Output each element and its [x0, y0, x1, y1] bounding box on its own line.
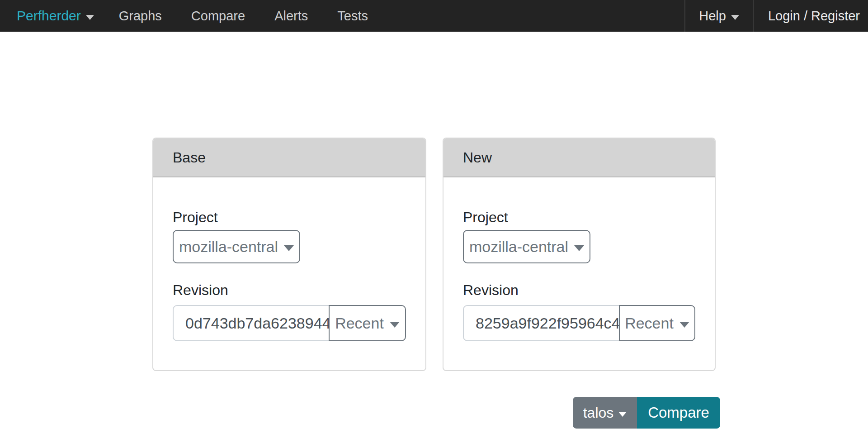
base-project-label: Project	[173, 209, 406, 226]
chevron-down-icon	[86, 15, 94, 20]
new-card-header: New	[443, 138, 715, 177]
new-card-title: New	[463, 149, 492, 166]
nav-item-tests[interactable]: Tests	[337, 9, 368, 24]
login-register-link[interactable]: Login / Register	[754, 9, 868, 24]
new-project-label: Project	[463, 209, 695, 226]
navbar-left-group: Perfherder Graphs Compare Alerts Tests	[0, 0, 397, 32]
base-card-body: Project mozilla-central Revision Recent	[153, 177, 425, 341]
nav-item-alerts[interactable]: Alerts	[274, 9, 308, 24]
base-recent-label: Recent	[335, 315, 384, 332]
new-card-body: Project mozilla-central Revision Recent	[443, 177, 715, 341]
compare-button[interactable]: Compare	[637, 397, 720, 429]
chevron-down-icon	[618, 412, 627, 417]
nav-item-graphs[interactable]: Graphs	[119, 9, 162, 24]
navbar-right-group: Help Login / Register	[684, 0, 868, 32]
new-recent-dropdown[interactable]: Recent	[619, 305, 695, 341]
chevron-down-icon	[731, 15, 739, 20]
chevron-down-icon	[574, 245, 584, 251]
perfherder-compare-page: Perfherder Graphs Compare Alerts Tests H…	[0, 0, 868, 429]
base-revision-input[interactable]	[173, 305, 329, 341]
chevron-down-icon	[390, 322, 400, 328]
base-card-title: Base	[173, 149, 206, 166]
help-label: Help	[699, 9, 726, 24]
framework-label: talos	[583, 405, 614, 421]
perfherder-brand-menu[interactable]: Perfherder	[17, 8, 94, 24]
base-project-dropdown[interactable]: mozilla-central	[173, 230, 300, 263]
new-project-value: mozilla-central	[469, 238, 568, 256]
new-revision-label: Revision	[463, 281, 695, 299]
chevron-down-icon	[284, 245, 294, 251]
base-card: Base Project mozilla-central Revision Re…	[152, 138, 426, 371]
chevron-down-icon	[679, 322, 689, 328]
new-revision-input[interactable]	[463, 305, 619, 341]
base-revision-group: Recent	[173, 305, 406, 341]
navbar: Perfherder Graphs Compare Alerts Tests H…	[0, 0, 868, 32]
new-recent-label: Recent	[625, 315, 674, 332]
compare-button-label: Compare	[648, 404, 709, 421]
framework-dropdown[interactable]: talos	[573, 397, 637, 429]
base-card-header: Base	[153, 138, 425, 177]
new-revision-group: Recent	[463, 305, 695, 341]
new-project-dropdown[interactable]: mozilla-central	[463, 230, 590, 263]
base-recent-dropdown[interactable]: Recent	[329, 305, 406, 341]
help-menu[interactable]: Help	[685, 0, 753, 32]
perfherder-brand-label: Perfherder	[17, 8, 81, 24]
base-revision-label: Revision	[173, 281, 406, 299]
new-card: New Project mozilla-central Revision Rec…	[443, 138, 716, 371]
nav-item-compare[interactable]: Compare	[191, 9, 245, 24]
base-project-value: mozilla-central	[179, 238, 278, 256]
compare-actions: talos Compare	[573, 397, 720, 429]
